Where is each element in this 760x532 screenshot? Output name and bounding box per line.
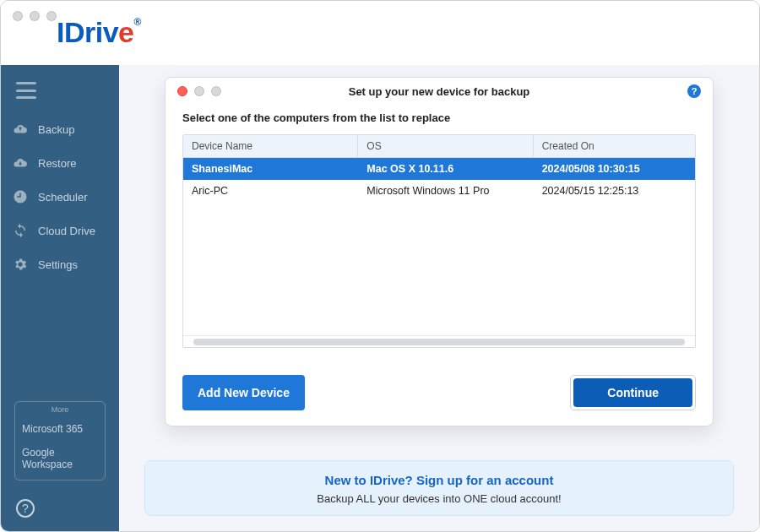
sidebar-item-backup[interactable]: Backup (1, 112, 119, 146)
cell-device: ShanesiMac (183, 158, 358, 180)
sidebar-item-restore[interactable]: Restore (1, 146, 119, 180)
app-logo: IDrive® (57, 16, 141, 49)
logo-registered: ® (134, 16, 141, 28)
table-body: ShanesiMac Mac OS X 10.11.6 2024/05/08 1… (183, 158, 695, 335)
sidebar-item-label: Restore (38, 157, 77, 170)
app-window: IDrive® Backup Restore Scheduler (0, 0, 760, 532)
scrollbar-thumb[interactable] (193, 339, 685, 345)
sidebar-more-title: More (15, 405, 105, 417)
add-new-device-button[interactable]: Add New Device (182, 375, 305, 410)
cell-os: Mac OS X 10.11.6 (358, 158, 533, 180)
signup-link[interactable]: New to IDrive? Sign up for an account (154, 473, 725, 487)
horizontal-scrollbar[interactable] (183, 335, 695, 347)
cloud-down-icon (13, 155, 28, 171)
table-row[interactable]: ShanesiMac Mac OS X 10.11.6 2024/05/08 1… (183, 158, 695, 180)
device-setup-dialog: Set up your new device for backup ? Sele… (165, 77, 714, 426)
dialog-title: Set up your new device for backup (166, 85, 713, 98)
sidebar-more-ms365[interactable]: Microsoft 365 (15, 417, 105, 441)
cloud-up-icon (13, 122, 28, 137)
sidebar-more-box: More Microsoft 365 Google Workspace (14, 401, 106, 480)
window-close-icon[interactable] (13, 11, 23, 21)
dialog-instruction: Select one of the computers from the lis… (182, 111, 696, 124)
device-table: Device Name OS Created On ShanesiMac Mac… (182, 134, 696, 348)
continue-button-wrap: Continue (570, 375, 696, 410)
col-device-name[interactable]: Device Name (183, 135, 358, 157)
continue-button[interactable]: Continue (573, 378, 692, 407)
window-minimize-icon[interactable] (30, 11, 40, 21)
col-created-on[interactable]: Created On (534, 135, 695, 157)
titlebar: IDrive® (1, 1, 759, 65)
gear-icon (13, 257, 28, 272)
cell-os: Microsoft Windows 11 Pro (358, 180, 533, 202)
cell-created: 2024/05/15 12:25:13 (534, 180, 695, 202)
logo-text-e: e (118, 16, 133, 48)
cell-created: 2024/05/08 10:30:15 (534, 158, 695, 180)
dialog-body: Select one of the computers from the lis… (166, 101, 713, 361)
logo-text-left: IDriv (57, 16, 118, 48)
dialog-help-icon[interactable]: ? (687, 84, 701, 98)
clock-icon (13, 189, 28, 204)
signup-banner: New to IDrive? Sign up for an account Ba… (144, 460, 734, 516)
sidebar-item-settings[interactable]: Settings (1, 247, 119, 281)
sidebar-more-google-workspace[interactable]: Google Workspace (15, 441, 105, 476)
sidebar-item-label: Settings (38, 258, 78, 271)
sidebar-item-label: Cloud Drive (38, 225, 95, 237)
sidebar-nav: Backup Restore Scheduler Cloud Drive Set… (1, 112, 119, 281)
sidebar-item-label: Backup (38, 123, 74, 136)
table-row[interactable]: Aric-PC Microsoft Windows 11 Pro 2024/05… (183, 180, 695, 202)
table-header-row: Device Name OS Created On (183, 135, 695, 158)
help-icon[interactable]: ? (16, 499, 35, 518)
sidebar-item-cloud-drive[interactable]: Cloud Drive (1, 214, 119, 247)
main-area: Set up your new device for backup ? Sele… (119, 65, 759, 531)
dialog-actions: Add New Device Continue (166, 361, 713, 426)
dialog-titlebar: Set up your new device for backup ? (166, 78, 713, 101)
signup-subtitle: Backup ALL your devices into ONE cloud a… (154, 492, 725, 505)
sidebar-item-scheduler[interactable]: Scheduler (1, 180, 119, 214)
cell-device: Aric-PC (183, 180, 358, 202)
col-os[interactable]: OS (358, 135, 533, 157)
sidebar: Backup Restore Scheduler Cloud Drive Set… (1, 65, 119, 531)
menu-icon[interactable] (16, 82, 36, 99)
window-zoom-icon[interactable] (46, 11, 57, 21)
sidebar-item-label: Scheduler (38, 191, 88, 204)
window-controls (13, 11, 57, 21)
sync-icon (13, 223, 28, 238)
